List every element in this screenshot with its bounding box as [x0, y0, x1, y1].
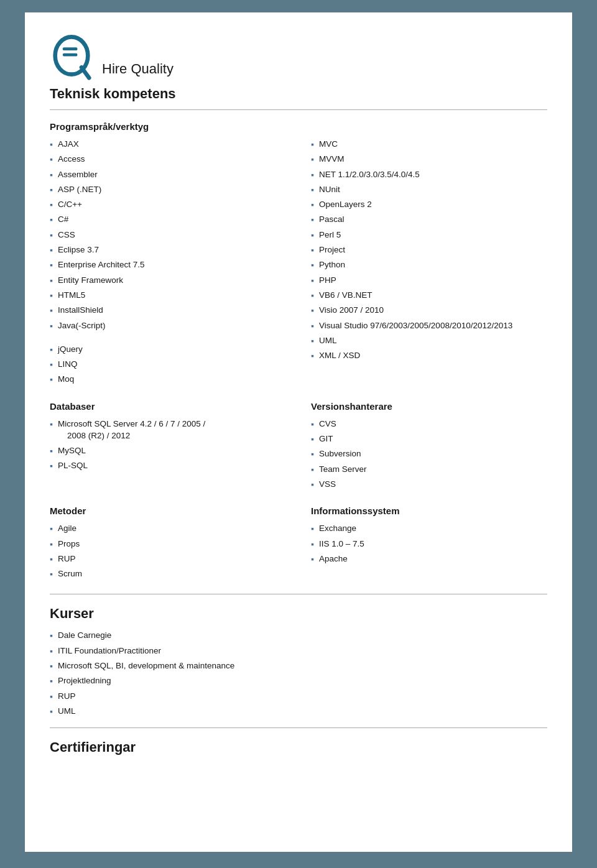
list-item: UML: [50, 705, 547, 718]
list-item: Project: [311, 244, 547, 256]
informationssystem-title: Informationssystem: [311, 506, 547, 516]
databaser-section: Databaser Microsoft SQL Server 4.2 / 6 /…: [50, 401, 286, 493]
list-item: ASP (.NET): [50, 183, 286, 196]
list-item: Python: [311, 259, 547, 271]
programsprak-list1b: jQuery LINQ Moq: [50, 343, 286, 386]
list-item: Visio 2007 / 2010: [311, 304, 547, 316]
certifieringar-section: Certifieringar: [50, 739, 547, 755]
svg-rect-2: [63, 47, 78, 50]
bottom-divider: [50, 727, 547, 728]
top-divider: [50, 109, 547, 110]
programsprak-section: Programspråk/verktyg AJAX Access Assembl…: [50, 121, 547, 389]
list-item: ITIL Foundation/Practitioner: [50, 645, 547, 657]
list-item: UML: [311, 335, 547, 347]
list-item: Microsoft SQL Server 4.2 / 6 / 7 / 2005 …: [50, 418, 286, 442]
list-item: Team Server: [311, 463, 547, 476]
list-item: VSS: [311, 478, 547, 491]
list-item: Props: [50, 538, 286, 550]
list-item: PL-SQL: [50, 459, 286, 472]
hire-quality-logo: [50, 31, 93, 81]
list-item: Assembler: [50, 169, 286, 181]
certifieringar-title: Certifieringar: [50, 739, 547, 755]
list-item: Projektledning: [50, 675, 547, 687]
list-item: CVS: [311, 418, 547, 430]
kurser-title: Kurser: [50, 606, 547, 622]
list-item: Eclipse 3.7: [50, 244, 286, 256]
informationssystem-section: Informationssystem Exchange IIS 1.0 – 7.…: [311, 506, 547, 583]
list-item: Perl 5: [311, 229, 547, 241]
list-item: CSS: [50, 229, 286, 241]
list-item: Moq: [50, 373, 286, 386]
list-item: Exchange: [311, 522, 547, 535]
mid-sections: Databaser Microsoft SQL Server 4.2 / 6 /…: [50, 401, 547, 583]
svg-rect-3: [63, 53, 78, 57]
metoder-section: Metoder Agile Props RUP Scrum: [50, 506, 286, 583]
list-item: XML / XSD: [311, 349, 547, 362]
programsprak-col2: MVC MVVM NET 1.1/2.0/3.0/3.5/4.0/4.5 NUn…: [311, 138, 547, 389]
metoder-title: Metoder: [50, 506, 286, 516]
list-item: OpenLayers 2: [311, 198, 547, 211]
list-item: Enterprise Architect 7.5: [50, 259, 286, 271]
list-item: IIS 1.0 – 7.5: [311, 538, 547, 550]
programsprak-title: Programspråk/verktyg: [50, 121, 547, 132]
informationssystem-list: Exchange IIS 1.0 – 7.5 Apache: [311, 522, 547, 565]
list-item: Entity Framework: [50, 274, 286, 287]
databaser-title: Databaser: [50, 401, 286, 412]
programsprak-list2: MVC MVVM NET 1.1/2.0/3.0/3.5/4.0/4.5 NUn…: [311, 138, 547, 377]
list-item: VB6 / VB.NET: [311, 289, 547, 302]
logo-text: Hire Quality: [102, 61, 174, 77]
kurser-list: Dale Carnegie ITIL Foundation/Practition…: [50, 629, 547, 718]
list-item: Microsoft SQL, BI, development & mainten…: [50, 660, 547, 672]
list-item: Scrum: [50, 568, 286, 580]
kurser-section: Kurser Dale Carnegie ITIL Foundation/Pra…: [50, 606, 547, 718]
logo-area: Hire Quality: [50, 31, 547, 81]
list-item: HTML5: [50, 289, 286, 302]
list-item: NUnit: [311, 183, 547, 196]
list-item: AJAX: [50, 138, 286, 150]
list-item: Java(-Script): [50, 320, 286, 332]
list-item: Apache: [311, 553, 547, 565]
list-item: NET 1.1/2.0/3.0/3.5/4.0/4.5: [311, 169, 547, 181]
programsprak-list1: AJAX Access Assembler ASP (.NET) C/C++ C…: [50, 138, 286, 332]
versionshanterare-title: Versionshanterare: [311, 401, 547, 412]
list-item: Access: [50, 153, 286, 165]
list-item: GIT: [311, 433, 547, 445]
logo-text-area: Hire Quality: [102, 61, 174, 81]
versionshanterare-section: Versionshanterare CVS GIT Subversion Tea…: [311, 401, 547, 493]
list-item: Subversion: [311, 448, 547, 460]
programsprak-columns: AJAX Access Assembler ASP (.NET) C/C++ C…: [50, 138, 547, 389]
list-item: InstallShield: [50, 304, 286, 316]
databaser-list: Microsoft SQL Server 4.2 / 6 / 7 / 2005 …: [50, 418, 286, 473]
list-item: C#: [50, 213, 286, 226]
main-title: Teknisk kompetens: [50, 86, 547, 102]
list-item: Dale Carnegie: [50, 629, 547, 642]
mid-divider: [50, 594, 547, 594]
list-item: C/C++: [50, 198, 286, 211]
list-item: jQuery: [50, 343, 286, 356]
versionshanterare-list: CVS GIT Subversion Team Server VSS: [311, 418, 547, 491]
list-item: MySQL: [50, 445, 286, 457]
metoder-list: Agile Props RUP Scrum: [50, 522, 286, 580]
programsprak-col1: AJAX Access Assembler ASP (.NET) C/C++ C…: [50, 138, 286, 389]
list-item: LINQ: [50, 358, 286, 371]
list-item: Visual Studio 97/6/2003/2005/2008/2010/2…: [311, 320, 547, 332]
list-item: Agile: [50, 522, 286, 535]
list-item: RUP: [50, 553, 286, 565]
page: Hire Quality Teknisk kompetens Programsp…: [25, 12, 572, 852]
list-item: MVC: [311, 138, 547, 150]
list-item: MVVM: [311, 153, 547, 165]
list-item: Pascal: [311, 213, 547, 226]
list-item: PHP: [311, 274, 547, 287]
list-item: RUP: [50, 690, 547, 703]
